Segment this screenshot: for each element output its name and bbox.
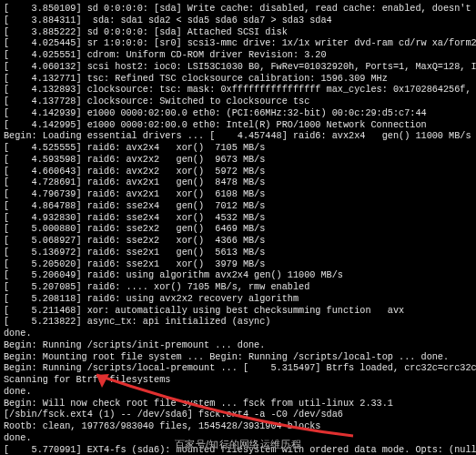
terminal-line: Begin: Running /scripts/init-premount ..…: [4, 340, 472, 352]
terminal-line: [ 5.000880] raid6: sse2x2 gen() 6469 MB/…: [4, 224, 472, 236]
terminal-line: [ 4.932830] raid6: sse2x4 xor() 4532 MB/…: [4, 213, 472, 225]
terminal-line: [ 3.850109] sd 0:0:0:0: [sda] Write cach…: [4, 4, 472, 15]
terminal-line: [ 4.025551] cdrom: Uniform CD-ROM driver…: [4, 50, 472, 62]
terminal-line: [ 4.132771] tsc: Refined TSC clocksource…: [4, 74, 472, 86]
terminal-line: [ 4.660643] raid6: avx2x2 xor() 5972 MB/…: [4, 167, 472, 178]
terminal-line: [ 4.060132] scsi host2: ioc0: LSI53C1030…: [4, 62, 472, 74]
terminal-line: [ 5.211468] xor: automatically using bes…: [4, 306, 472, 318]
terminal-line: [ 5.208118] raid6: using avx2x2 recovery…: [4, 294, 472, 306]
terminal-line: [ 3.884311] sda: sda1 sda2 < sda5 sda6 s…: [4, 15, 472, 27]
watermark-text: 百家号/知行的网络运维历程: [175, 439, 301, 451]
terminal-line: Scanning for Btrfs filesystems: [4, 375, 472, 387]
terminal-line: Begin: Will now check root file system .…: [4, 399, 472, 410]
terminal-line: Begin: Loading essential drivers ... [ 4…: [4, 131, 472, 143]
terminal-line: [ 4.142995] e1000 0000:02:00.0 eth0: Int…: [4, 120, 472, 132]
terminal-line: done.: [4, 387, 472, 399]
terminal-line: [ 3.885222] sd 0:0:0:0: [sda] Attached S…: [4, 27, 472, 39]
terminal-line: Begin: Mounting root file system ... Beg…: [4, 352, 472, 364]
terminal-line: Begin: Running /scripts/local-premount .…: [4, 363, 472, 375]
terminal-line: [ 4.025445] sr 1:0:0:0: [sr0] scsi3-mmc …: [4, 38, 472, 50]
terminal-line: [ 5.206049] raid6: using algorithm avx2x…: [4, 270, 472, 282]
terminal-line: [ 4.593598] raid6: avx2x2 gen() 9673 MB/…: [4, 155, 472, 167]
terminal-line: Rootb: clean, 197763/983040 files, 15454…: [4, 421, 472, 433]
terminal-line: done.: [4, 329, 472, 340]
terminal-line: [ 4.142939] e1000 0000:02:00.0 eth0: (PC…: [4, 108, 472, 120]
terminal-line: [ 4.728691] raid6: avx2x1 gen() 8478 MB/…: [4, 177, 472, 189]
terminal-line: [ 5.207085] raid6: .... xor() 7105 MB/s,…: [4, 282, 472, 294]
terminal-line: [/sbin/fsck.ext4 (1) -- /dev/sda6] fsck.…: [4, 410, 472, 421]
terminal-line: [ 4.525555] raid6: avx2x4 xor() 7105 MB/…: [4, 143, 472, 155]
terminal-line: [ 4.137728] clocksource: Switched to clo…: [4, 96, 472, 108]
terminal-line: [ 5.136972] raid6: sse2x1 gen() 5613 MB/…: [4, 248, 472, 259]
terminal-line: [ 4.132893] clocksource: tsc: mask: 0xff…: [4, 85, 472, 96]
terminal-line: [ 5.205020] raid6: sse2x1 xor() 3979 MB/…: [4, 259, 472, 271]
terminal-line: [ 4.864788] raid6: sse2x4 gen() 7012 MB/…: [4, 201, 472, 213]
terminal-output: [ 3.850109] sd 0:0:0:0: [sda] Write cach…: [0, 0, 476, 455]
terminal-line: [ 4.796739] raid6: avx2x1 xor() 6108 MB/…: [4, 189, 472, 201]
terminal-line: [ 5.068927] raid6: sse2x2 xor() 4366 MB/…: [4, 236, 472, 248]
terminal-line: [ 5.213822] async_tx: api initialized (a…: [4, 317, 472, 329]
